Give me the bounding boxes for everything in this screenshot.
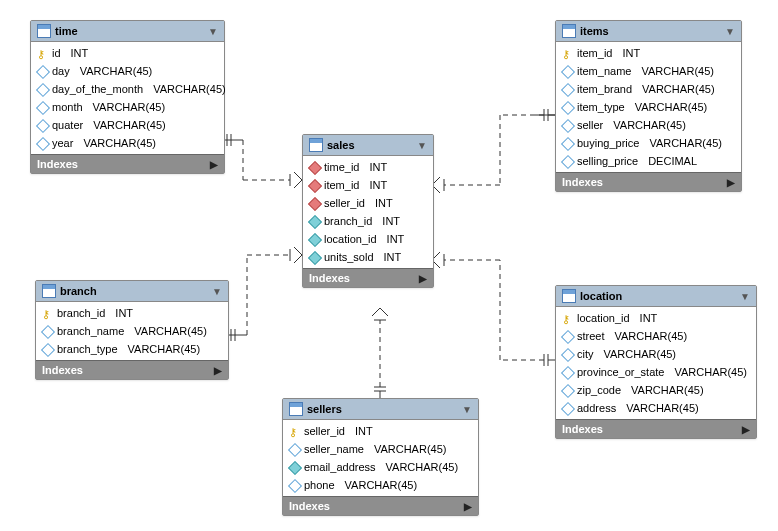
expand-icon[interactable]: ▶ [419,273,427,284]
entity-header[interactable]: location▼ [556,286,756,307]
column-row[interactable]: seller_id INT [303,194,433,212]
attr-teal-icon [309,252,319,262]
column-row[interactable]: branch_id INT [36,304,228,322]
column-row[interactable]: branch_id INT [303,212,433,230]
indexes-label: Indexes [42,364,83,376]
column-row[interactable]: day_of_the_month VARCHAR(45) [31,80,224,98]
collapse-icon[interactable]: ▼ [725,26,735,37]
entity-items[interactable]: items▼item_id INTitem_name VARCHAR(45)it… [555,20,742,192]
collapse-icon[interactable]: ▼ [208,26,218,37]
entity-header[interactable]: time▼ [31,21,224,42]
column-row[interactable]: seller_name VARCHAR(45) [283,440,478,458]
column-row[interactable]: month VARCHAR(45) [31,98,224,116]
indexes-section[interactable]: Indexes▶ [31,154,224,173]
column-row[interactable]: selling_price DECIMAL [556,152,741,170]
entity-time[interactable]: time▼id INTday VARCHAR(45)day_of_the_mon… [30,20,225,174]
column-row[interactable]: seller VARCHAR(45) [556,116,741,134]
entity-title: sales [327,139,413,151]
column-row[interactable]: quater VARCHAR(45) [31,116,224,134]
attr-icon [42,344,52,354]
column-row[interactable]: address VARCHAR(45) [556,399,756,417]
indexes-label: Indexes [37,158,78,170]
column-type: DECIMAL [648,155,697,167]
entity-header[interactable]: branch▼ [36,281,228,302]
column-row[interactable]: location_id INT [303,230,433,248]
column-list: seller_id INTseller_name VARCHAR(45)emai… [283,420,478,496]
column-row[interactable]: item_brand VARCHAR(45) [556,80,741,98]
indexes-label: Indexes [289,500,330,512]
entity-title: items [580,25,721,37]
table-icon [309,138,323,152]
column-name: zip_code [577,384,621,396]
entity-header[interactable]: items▼ [556,21,741,42]
column-name: item_type [577,101,625,113]
column-row[interactable]: day VARCHAR(45) [31,62,224,80]
collapse-icon[interactable]: ▼ [462,404,472,415]
column-row[interactable]: province_or_state VARCHAR(45) [556,363,756,381]
column-row[interactable]: id INT [31,44,224,62]
column-type: INT [640,312,658,324]
pk-icon [562,313,572,323]
column-list: id INTday VARCHAR(45)day_of_the_month VA… [31,42,224,154]
entity-branch[interactable]: branch▼branch_id INTbranch_name VARCHAR(… [35,280,229,380]
column-type: VARCHAR(45) [635,101,708,113]
column-row[interactable]: branch_name VARCHAR(45) [36,322,228,340]
attr-icon [37,120,47,130]
collapse-icon[interactable]: ▼ [212,286,222,297]
column-type: VARCHAR(45) [613,119,686,131]
expand-icon[interactable]: ▶ [464,501,472,512]
indexes-section[interactable]: Indexes▶ [556,172,741,191]
indexes-section[interactable]: Indexes▶ [283,496,478,515]
expand-icon[interactable]: ▶ [727,177,735,188]
table-icon [289,402,303,416]
column-row[interactable]: branch_type VARCHAR(45) [36,340,228,358]
column-list: branch_id INTbranch_name VARCHAR(45)bran… [36,302,228,360]
column-row[interactable]: year VARCHAR(45) [31,134,224,152]
column-type: VARCHAR(45) [649,137,722,149]
attr-icon [37,66,47,76]
indexes-section[interactable]: Indexes▶ [303,268,433,287]
collapse-icon[interactable]: ▼ [417,140,427,151]
attr-icon [562,385,572,395]
column-row[interactable]: zip_code VARCHAR(45) [556,381,756,399]
column-row[interactable]: item_type VARCHAR(45) [556,98,741,116]
expand-icon[interactable]: ▶ [210,159,218,170]
indexes-section[interactable]: Indexes▶ [556,419,756,438]
column-name: phone [304,479,335,491]
column-row[interactable]: city VARCHAR(45) [556,345,756,363]
collapse-icon[interactable]: ▼ [740,291,750,302]
entity-sellers[interactable]: sellers▼seller_id INTseller_name VARCHAR… [282,398,479,516]
expand-icon[interactable]: ▶ [742,424,750,435]
column-row[interactable]: location_id INT [556,309,756,327]
column-name: item_id [577,47,612,59]
attr-icon [37,84,47,94]
attr-teal-icon [289,462,299,472]
column-row[interactable]: phone VARCHAR(45) [283,476,478,494]
fk-icon [309,198,319,208]
attr-icon [562,66,572,76]
column-row[interactable]: item_name VARCHAR(45) [556,62,741,80]
column-name: buying_price [577,137,639,149]
column-list: location_id INTstreet VARCHAR(45)city VA… [556,307,756,419]
entity-header[interactable]: sellers▼ [283,399,478,420]
column-row[interactable]: units_sold INT [303,248,433,266]
column-row[interactable]: time_id INT [303,158,433,176]
column-name: branch_name [57,325,124,337]
entity-title: time [55,25,204,37]
expand-icon[interactable]: ▶ [214,365,222,376]
entity-location[interactable]: location▼location_id INTstreet VARCHAR(4… [555,285,757,439]
column-row[interactable]: seller_id INT [283,422,478,440]
entity-header[interactable]: sales▼ [303,135,433,156]
column-row[interactable]: email_address VARCHAR(45) [283,458,478,476]
entity-sales[interactable]: sales▼time_id INTitem_id INTseller_id IN… [302,134,434,288]
indexes-section[interactable]: Indexes▶ [36,360,228,379]
column-row[interactable]: item_id INT [303,176,433,194]
column-row[interactable]: street VARCHAR(45) [556,327,756,345]
column-type: VARCHAR(45) [604,348,677,360]
column-row[interactable]: buying_price VARCHAR(45) [556,134,741,152]
column-name: id [52,47,61,59]
column-name: seller [577,119,603,131]
fk-icon [309,162,319,172]
column-row[interactable]: item_id INT [556,44,741,62]
column-type: VARCHAR(45) [83,137,156,149]
